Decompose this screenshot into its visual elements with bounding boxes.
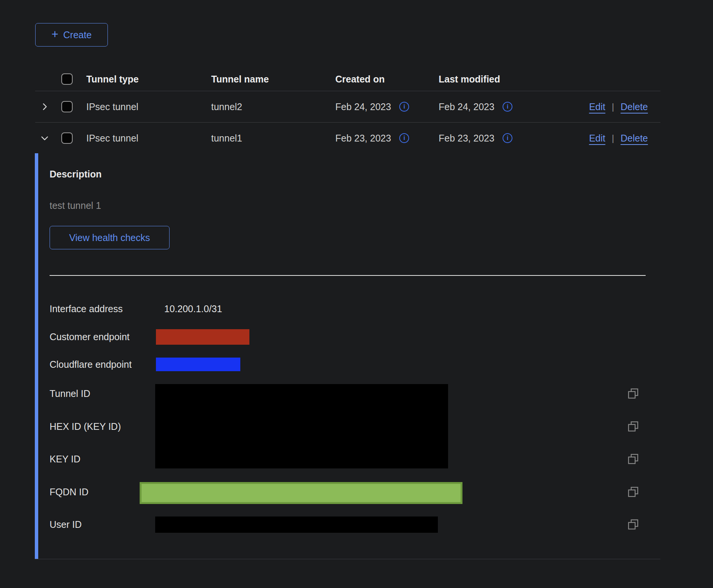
created-on-cell: Feb 24, 2023 i <box>335 101 439 112</box>
create-button-label: Create <box>63 30 92 40</box>
copy-tunnel-id-button[interactable] <box>624 385 642 402</box>
user-id-redaction <box>155 516 438 533</box>
edit-link[interactable]: Edit <box>589 133 605 144</box>
interface-address-value: 10.200.1.0/31 <box>164 303 222 314</box>
description-label: Description <box>50 168 102 180</box>
interface-address-label: Interface address <box>50 303 123 314</box>
created-on-value: Feb 24, 2023 <box>335 101 391 112</box>
last-modified-cell: Feb 23, 2023 i <box>439 133 556 144</box>
tunnel-hex-key-id-redaction <box>155 384 448 468</box>
row-actions-cell: Edit | Delete <box>589 101 660 112</box>
copy-icon <box>627 486 639 498</box>
hex-id-label: HEX ID (KEY ID) <box>50 421 121 432</box>
actions-separator: | <box>612 133 614 143</box>
column-header-created-on: Created on <box>335 74 439 85</box>
cloudflare-endpoint-label: Cloudflare endpoint <box>50 359 132 370</box>
expanded-row-accent-bar <box>35 153 38 559</box>
created-on-cell: Feb 23, 2023 i <box>335 133 439 144</box>
header-checkbox-cell <box>61 73 86 85</box>
row-checkbox[interactable] <box>61 132 73 144</box>
copy-icon <box>627 453 639 465</box>
edit-link[interactable]: Edit <box>589 101 605 112</box>
last-modified-value: Feb 23, 2023 <box>439 133 494 144</box>
fqdn-id-redaction <box>140 482 462 504</box>
user-id-label: User ID <box>50 519 82 530</box>
column-header-tunnel-name: Tunnel name <box>211 74 335 85</box>
tunnel-id-label: Tunnel ID <box>50 388 90 399</box>
table-row: IPsec tunnel tunnel1 Feb 23, 2023 i Feb … <box>35 123 660 154</box>
info-icon[interactable]: i <box>503 133 512 143</box>
created-on-value: Feb 23, 2023 <box>335 133 391 144</box>
copy-icon <box>627 421 639 432</box>
last-modified-cell: Feb 24, 2023 i <box>439 101 556 112</box>
cloudflare-endpoint-redaction <box>156 358 240 371</box>
copy-user-id-button[interactable] <box>624 516 642 533</box>
plus-icon: + <box>51 28 58 40</box>
tunnel-name-cell: tunnel1 <box>211 133 335 144</box>
copy-icon <box>627 519 639 530</box>
select-all-checkbox[interactable] <box>61 73 73 85</box>
row-actions-cell: Edit | Delete <box>589 133 660 144</box>
tunnels-page: + Create Tunnel type Tunnel name Created… <box>0 0 713 588</box>
info-icon[interactable]: i <box>399 133 409 143</box>
view-health-checks-button[interactable]: View health checks <box>50 226 170 249</box>
expand-row-button[interactable] <box>40 102 50 112</box>
customer-endpoint-label: Customer endpoint <box>50 331 129 342</box>
fqdn-id-label: FQDN ID <box>50 486 89 498</box>
row-checkbox[interactable] <box>61 101 73 112</box>
actions-separator: | <box>612 101 614 112</box>
copy-fqdn-id-button[interactable] <box>624 483 642 501</box>
tunnel-type-cell: IPsec tunnel <box>86 133 211 144</box>
tunnels-table: Tunnel type Tunnel name Created on Last … <box>35 67 660 154</box>
description-value: test tunnel 1 <box>50 200 101 211</box>
create-button[interactable]: + Create <box>35 23 108 47</box>
chevron-right-icon <box>40 102 50 112</box>
info-glyph: i <box>403 104 405 110</box>
column-header-tunnel-type: Tunnel type <box>86 74 211 85</box>
table-header-row: Tunnel type Tunnel name Created on Last … <box>35 67 660 91</box>
delete-link[interactable]: Delete <box>621 133 648 144</box>
info-glyph: i <box>403 135 405 141</box>
info-glyph: i <box>507 135 508 141</box>
collapse-row-button[interactable] <box>40 133 50 143</box>
customer-endpoint-redaction <box>156 329 249 345</box>
tunnel-name-cell: tunnel2 <box>211 101 335 112</box>
copy-key-id-button[interactable] <box>624 450 642 468</box>
tunnel-detail-panel: Description test tunnel 1 View health ch… <box>35 153 660 559</box>
chevron-down-icon <box>40 133 50 143</box>
key-id-label: KEY ID <box>50 453 81 465</box>
column-header-last-modified: Last modified <box>439 74 556 85</box>
delete-link[interactable]: Delete <box>621 101 648 112</box>
info-icon[interactable]: i <box>399 102 409 112</box>
detail-divider <box>50 275 646 276</box>
info-icon[interactable]: i <box>503 102 512 112</box>
tunnel-type-cell: IPsec tunnel <box>86 101 211 112</box>
info-glyph: i <box>507 104 508 110</box>
copy-hex-id-button[interactable] <box>624 418 642 435</box>
last-modified-value: Feb 24, 2023 <box>439 101 494 112</box>
table-row: IPsec tunnel tunnel2 Feb 24, 2023 i Feb … <box>35 91 660 123</box>
copy-icon <box>627 388 639 399</box>
